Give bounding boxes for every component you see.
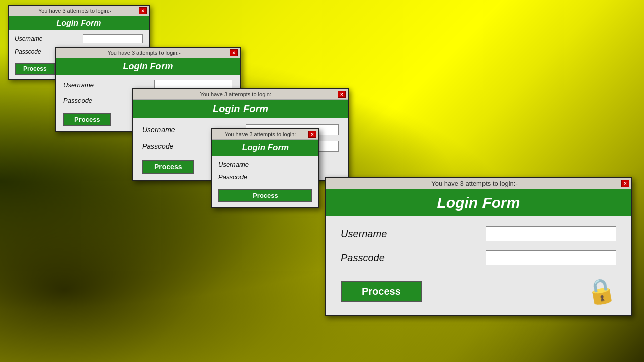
username-row-5: Username xyxy=(341,226,616,241)
process-button-2[interactable]: Process xyxy=(63,113,111,126)
username-label-5: Username xyxy=(341,228,396,240)
login-dialog-4: You have 3 attempts to login:- × Login F… xyxy=(211,128,319,208)
lock-icon: 🔒 xyxy=(584,275,619,308)
passcode-row-4: Passcode xyxy=(218,173,312,181)
process-button-3[interactable]: Process xyxy=(142,160,194,174)
dialog-body-4: Username Passcode Process xyxy=(212,156,318,207)
titlebar-text-5: You have 3 attempts to login:- xyxy=(328,179,621,187)
close-button-2[interactable]: × xyxy=(230,49,238,56)
titlebar-text-1: You have 3 attempts to login:- xyxy=(11,8,139,14)
passcode-label-2: Passcode xyxy=(63,97,104,104)
dialog-header-3: Login Form xyxy=(133,100,348,118)
titlebar-text-3: You have 3 attempts to login:- xyxy=(135,91,338,97)
passcode-label-5: Passcode xyxy=(341,252,396,264)
username-label-4: Username xyxy=(218,161,259,168)
titlebar-text-2: You have 3 attempts to login:- xyxy=(58,50,230,56)
dialog-body-5: Username Passcode Process 🔒 xyxy=(326,216,631,315)
close-button-4[interactable]: × xyxy=(308,131,316,138)
passcode-label-1: Passcode xyxy=(15,48,55,55)
close-button-3[interactable]: × xyxy=(338,90,346,98)
dialog-header-4: Login Form xyxy=(212,140,318,156)
titlebar-5: You have 3 attempts to login:- × xyxy=(326,178,631,189)
dialog-header-2: Login Form xyxy=(56,58,240,75)
username-input-1[interactable] xyxy=(83,34,143,43)
username-label-3: Username xyxy=(142,126,183,134)
close-button-1[interactable]: × xyxy=(139,7,147,14)
process-button-5[interactable]: Process xyxy=(341,281,422,302)
process-row-4: Process xyxy=(218,189,312,202)
titlebar-1: You have 3 attempts to login:- × xyxy=(9,6,149,16)
username-row-1: Username xyxy=(15,34,143,43)
process-row-5: Process 🔒 xyxy=(341,277,616,305)
titlebar-3: You have 3 attempts to login:- × xyxy=(133,89,348,100)
titlebar-2: You have 3 attempts to login:- × xyxy=(56,48,240,58)
username-label-2: Username xyxy=(63,81,104,89)
dialog-header-5: Login Form xyxy=(326,189,631,216)
close-button-5[interactable]: × xyxy=(621,180,629,187)
dialog-header-1: Login Form xyxy=(9,16,149,30)
username-label-1: Username xyxy=(15,35,55,42)
titlebar-4: You have 3 attempts to login:- × xyxy=(212,129,318,140)
passcode-label-3: Passcode xyxy=(142,142,183,150)
username-row-4: Username xyxy=(218,161,312,168)
titlebar-text-4: You have 3 attempts to login:- xyxy=(214,131,308,137)
process-button-4[interactable]: Process xyxy=(218,189,312,202)
login-dialog-5: You have 3 attempts to login:- × Login F… xyxy=(325,177,632,316)
username-input-5[interactable] xyxy=(486,226,616,241)
process-button-1[interactable]: Process xyxy=(15,63,55,75)
passcode-row-5: Passcode xyxy=(341,250,616,265)
passcode-input-5[interactable] xyxy=(486,250,616,265)
passcode-label-4: Passcode xyxy=(218,173,259,181)
